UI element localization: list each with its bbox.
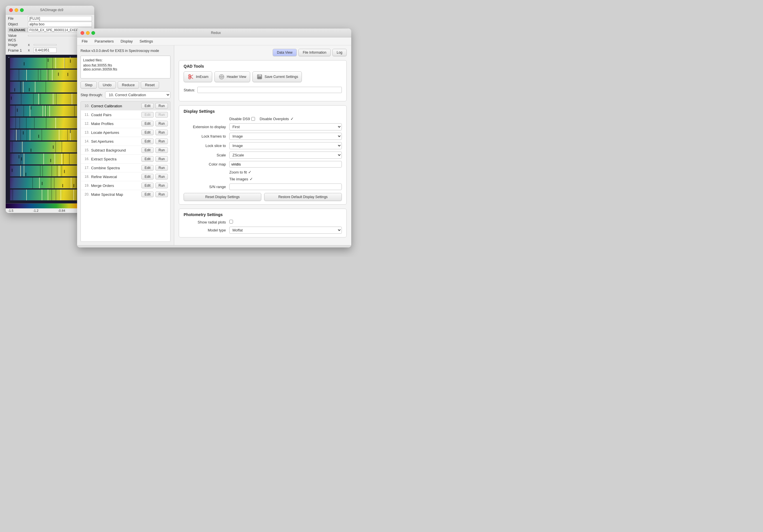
step-run-button[interactable]: Run [155,165,168,171]
disable-checkboxes: Disable DS9 Disable Overplots ✓ [229,117,342,121]
step-run-button[interactable]: Run [155,130,168,135]
lock-frames-label: Lock frames to [184,134,229,138]
wcs-label: WCS [8,38,28,42]
step-number: 20. [83,192,89,196]
restore-display-button[interactable]: Restore Default Display Settings [264,193,342,201]
model-type-value-container: Moffat [229,226,342,234]
reset-display-button[interactable]: Reset Display Settings [184,193,261,201]
image-x: x [28,43,34,47]
step-run-button[interactable]: Run [155,156,168,162]
header-view-button[interactable]: Header View [214,71,250,82]
step-row: 20.Make Spectral MapEditRun [81,190,170,199]
imexam-icon [187,73,194,80]
step-run-button[interactable]: Run [155,103,168,109]
tile-checkbox-group: Tile images ✓ [229,177,342,181]
step-number: 17. [83,166,89,170]
log-button[interactable]: Log [332,49,347,56]
scale-select[interactable]: ZScale [229,151,342,159]
step-button[interactable]: Step [80,81,97,88]
status-input[interactable] [197,87,342,93]
step-run-button[interactable]: Run [155,138,168,144]
step-run-button[interactable]: Run [155,174,168,180]
sn-input[interactable] [229,184,342,190]
svg-point-8 [221,76,222,77]
file-info-button[interactable]: File Information [298,49,331,56]
step-edit-button[interactable]: Edit [141,183,154,188]
extension-select[interactable]: First [229,123,342,131]
step-number: 11. [83,113,89,117]
svg-rect-14 [259,75,259,76]
menu-display[interactable]: Display [119,39,134,44]
zoom-checkbox-group: Zoom to fit ✓ [229,170,342,174]
menu-file[interactable]: File [80,39,89,44]
save-settings-button[interactable]: Save Current Settings [253,71,302,82]
qad-tools-section: QAD Tools [179,60,347,101]
qad-tools-buttons: ImExam Header View [184,71,342,82]
show-radial-checkbox[interactable] [229,220,233,223]
step-edit-button[interactable]: Edit [141,130,154,135]
imexam-button[interactable]: ImExam [184,71,212,82]
disable-ds9-label-text: Disable DS9 [229,117,250,121]
frame-value: 0.441951 [34,48,56,53]
step-edit-button[interactable]: Edit [141,121,154,127]
reset-button[interactable]: Reset [141,81,159,88]
ds9-titlebar: SAOImage ds9 [6,6,94,15]
step-through-select[interactable]: 10. Correct Calibration 11. Coadd Pairs … [105,91,170,99]
ds9-title: SAOImage ds9 [13,8,91,12]
show-radial-value [229,220,342,224]
step-edit-button[interactable]: Edit [141,147,154,153]
lock-frames-select[interactable]: Image [229,133,342,140]
svg-rect-13 [258,77,262,79]
lock-slice-label: Lock slice to [184,143,229,148]
value-label: Value [8,34,28,38]
step-number: 14. [83,139,89,143]
step-name: Merge Orders [91,184,140,188]
reset-buttons: Reset Display Settings Restore Default D… [184,193,342,201]
disable-ds9-row: Disable DS9 Disable Overplots ✓ [184,117,342,121]
header-view-icon [218,73,225,80]
action-buttons: Step Undo Reduce Reset [80,81,170,88]
step-name: Extract Spectra [91,157,140,161]
scale-value-container: ZScale [229,151,342,159]
save-settings-label: Save Current Settings [265,75,298,79]
menu-settings[interactable]: Settings [139,39,154,44]
step-edit-button: Edit [141,112,154,118]
menu-parameters[interactable]: Parameters [93,39,115,44]
step-edit-button[interactable]: Edit [141,192,154,197]
step-edit-button[interactable]: Edit [141,165,154,171]
undo-button[interactable]: Undo [98,81,116,88]
step-edit-button[interactable]: Edit [141,138,154,144]
zoom-checkmark: ✓ [248,170,252,174]
step-row: 11.Coadd PairsEditRun [81,111,170,119]
step-row: 18.Refine WavecalEditRun [81,172,170,181]
step-edit-button[interactable]: Edit [141,156,154,162]
step-edit-button[interactable]: Edit [141,103,154,109]
step-row: 16.Extract SpectraEditRun [81,155,170,163]
reduce-button[interactable]: Reduce [118,81,139,88]
disable-overplots-label-text: Disable Overplots [260,117,289,121]
sn-range-row: S/N range [184,184,342,190]
loaded-file-2: aboo.scimin.30059.fits [83,67,168,71]
colormap-value-container [229,161,342,167]
disable-overplots-checkbox-item: Disable Overplots ✓ [260,117,294,121]
step-row: 15.Subtract BackgroundEditRun [81,146,170,155]
data-view-button[interactable]: Data View [273,49,297,56]
object-label: Object [8,22,28,26]
step-edit-button[interactable]: Edit [141,174,154,180]
steps-list: 10.Correct CalibrationEditRun11.Coadd Pa… [80,101,170,242]
svg-point-4 [189,75,190,76]
model-type-select[interactable]: Moffat [229,226,342,234]
show-radial-row: Show radial plots [184,220,342,224]
colormap-label: Color map [184,162,229,166]
step-run-button[interactable]: Run [155,192,168,197]
step-run-button[interactable]: Run [155,121,168,127]
step-row: 12.Make ProfilesEditRun [81,119,170,128]
step-run-button: Run [155,112,168,118]
disable-ds9-checkbox[interactable] [251,117,255,121]
step-run-button[interactable]: Run [155,183,168,188]
lock-slice-row: Lock slice to Image [184,142,342,149]
photometry-settings-section: Photometry Settings Show radial plots Mo… [179,209,347,237]
lock-slice-select[interactable]: Image [229,142,342,149]
colormap-input[interactable] [229,161,342,167]
step-run-button[interactable]: Run [155,147,168,153]
